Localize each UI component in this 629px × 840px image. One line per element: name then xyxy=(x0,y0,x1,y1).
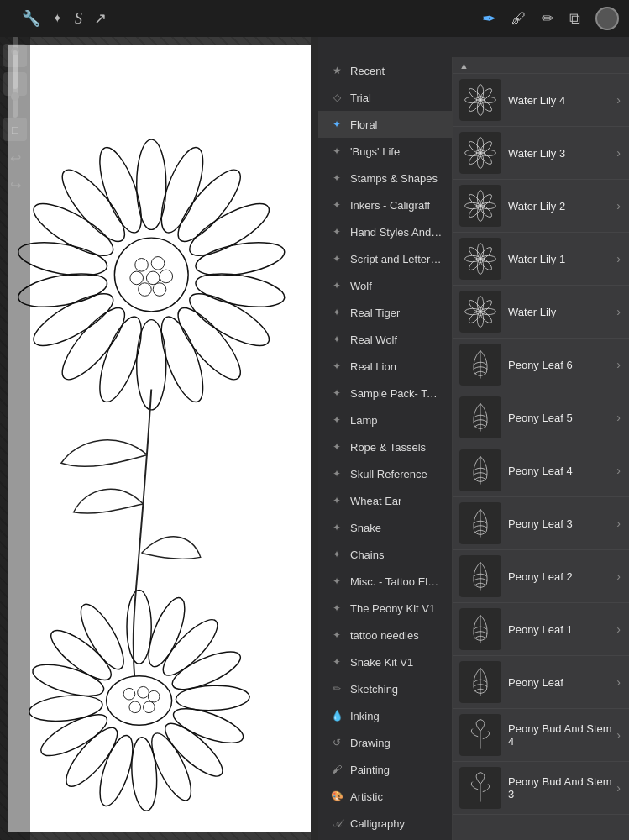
canvas-area xyxy=(0,37,311,840)
category-item-recent[interactable]: ★Recent xyxy=(318,57,452,84)
category-label: 'Bugs' Life xyxy=(350,145,400,158)
pen-icon: ✦ xyxy=(330,494,343,507)
brush-item-pl3[interactable]: Peony Leaf 3 › xyxy=(453,497,629,550)
avatar[interactable] xyxy=(595,7,619,30)
category-label: Lamp xyxy=(350,414,378,427)
redo-button[interactable]: ↪ xyxy=(3,173,27,197)
brush-item-pl1[interactable]: Peony Leaf 1 › xyxy=(453,603,629,656)
pen-icon: ✦ xyxy=(330,118,343,131)
category-item-artistic[interactable]: 🎨Artistic xyxy=(318,783,452,810)
brush-item-pbs4[interactable]: Peony Bud And Stem 4 › xyxy=(453,709,629,762)
brush-name: Peony Leaf 3 xyxy=(508,517,616,530)
pencil-icon[interactable]: ✏ xyxy=(542,9,554,28)
brush-list: ▲ Water Lily 4 › xyxy=(453,57,629,840)
category-item-painting[interactable]: 🖌Painting xyxy=(318,756,452,783)
wrench-icon[interactable]: 🔧 xyxy=(22,9,40,28)
undo-button[interactable]: ↩ xyxy=(3,146,27,170)
category-item-floral[interactable]: ✦Floral xyxy=(318,111,452,138)
pen-icon: ✦ xyxy=(330,628,343,642)
category-item-inkers[interactable]: ✦Inkers - Caligraff xyxy=(318,192,452,218)
brush-item-pl2[interactable]: Peony Leaf 2 › xyxy=(453,550,629,603)
category-item-calligraphy[interactable]: 𝒜Calligraphy xyxy=(318,810,452,837)
nib-icon[interactable]: 🖋 xyxy=(511,10,527,28)
toolbar-right: ✒ 🖋 ✏ ⧉ xyxy=(482,7,619,30)
brush-name: Water Lily 4 xyxy=(508,94,616,107)
category-label: Calligraphy xyxy=(350,817,405,830)
script-icon[interactable]: S xyxy=(75,10,82,28)
category-item-chains[interactable]: ✦Chains xyxy=(318,541,452,568)
category-item-stamps[interactable]: ✦Stamps & Shapes xyxy=(318,165,452,192)
svg-point-23 xyxy=(160,270,173,283)
category-label: Misc. - Tattoo Eleme... xyxy=(350,575,443,588)
category-item-trial[interactable]: ◇Trial xyxy=(318,84,452,111)
category-label: Sketching xyxy=(350,683,398,696)
category-item-sample-pack[interactable]: ✦Sample Pack- Tattoo... xyxy=(318,380,452,407)
category-item-lamp[interactable]: ✦Lamp xyxy=(318,407,452,433)
category-item-bugs-life[interactable]: ✦'Bugs' Life xyxy=(318,138,452,165)
check-icon: › xyxy=(616,570,621,583)
category-label: Rope & Tassels xyxy=(350,441,426,454)
svg-point-42 xyxy=(107,676,172,726)
toolbar: 🔧 ✦ S ↗ ✒ 🖋 ✏ ⧉ xyxy=(0,0,629,37)
category-label: Skull Reference xyxy=(350,468,427,480)
check-icon: › xyxy=(616,728,621,742)
svg-point-3 xyxy=(183,194,275,265)
brush-name: Water Lily 1 xyxy=(508,253,616,265)
brush-item-wl4[interactable]: Water Lily 4 › xyxy=(453,74,629,127)
category-item-skull[interactable]: ✦Skull Reference xyxy=(318,460,452,487)
brush-item-pl6[interactable]: Peony Leaf 6 › xyxy=(453,339,629,391)
category-label: Wolf xyxy=(350,280,372,292)
brush-item-wl2[interactable]: Water Lily 2 › xyxy=(453,180,629,233)
category-item-airbrushing[interactable]: ▲Airbrushing xyxy=(318,837,452,840)
category-item-peony-kit[interactable]: ✦The Peony Kit V1 xyxy=(318,595,452,622)
pen-icon[interactable]: ✒ xyxy=(482,8,496,29)
category-item-real-wolf[interactable]: ✦Real Wolf xyxy=(318,326,452,353)
category-item-snake[interactable]: ✦Snake xyxy=(318,514,452,541)
toolbar-left: 🔧 ✦ S ↗ xyxy=(10,9,107,28)
square-tool[interactable]: □ xyxy=(3,118,27,141)
drop-icon: 💧 xyxy=(330,709,343,722)
category-item-misc[interactable]: ✦Misc. - Tattoo Eleme... xyxy=(318,568,452,595)
category-label: Real Wolf xyxy=(350,333,397,346)
category-item-script[interactable]: ✦Script and Lettering... xyxy=(318,245,452,272)
brush-name: Peony Leaf xyxy=(508,676,616,689)
brush-name: Peony Leaf 2 xyxy=(508,570,616,583)
category-item-wheat[interactable]: ✦Wheat Ear xyxy=(318,487,452,514)
category-item-wolf[interactable]: ✦Wolf xyxy=(318,272,452,299)
brush-item-pbs3[interactable]: Peony Bud And Stem 3 › xyxy=(453,762,629,815)
brush-item-pl4[interactable]: Peony Leaf 4 › xyxy=(453,444,629,497)
svg-point-91 xyxy=(467,298,482,313)
brush-preview xyxy=(459,185,501,227)
pen-icon: ✦ xyxy=(330,360,343,373)
brush-item-pl5[interactable]: Peony Leaf 5 › xyxy=(453,391,629,444)
category-item-real-lion[interactable]: ✦Real Lion xyxy=(318,353,452,380)
category-item-hand-styles[interactable]: ✦Hand Styles And Lett... xyxy=(318,218,452,245)
brush-preview xyxy=(459,767,501,809)
layers-icon[interactable]: ⧉ xyxy=(569,10,580,28)
category-item-real-tiger[interactable]: ✦Real Tiger xyxy=(318,299,452,326)
brush-item-wl1[interactable]: Water Lily 1 › xyxy=(453,233,629,286)
category-label: The Peony Kit V1 xyxy=(350,602,435,615)
category-item-sketching[interactable]: ✏Sketching xyxy=(318,675,452,702)
category-label: Artistic xyxy=(350,790,383,803)
category-item-inking[interactable]: 💧Inking xyxy=(318,702,452,729)
category-item-drawing[interactable]: ↺Drawing xyxy=(318,729,452,756)
arrow-icon[interactable]: ↗ xyxy=(94,9,107,28)
brush-preview xyxy=(459,396,501,438)
brush-item-pl[interactable]: Peony Leaf › xyxy=(453,656,629,709)
category-label: Inkers - Caligraff xyxy=(350,199,430,212)
category-item-snake-kit[interactable]: ✦Snake Kit V1 xyxy=(318,648,452,675)
category-item-rope[interactable]: ✦Rope & Tassels xyxy=(318,433,452,460)
brush-item-wl3[interactable]: Water Lily 3 › xyxy=(453,127,629,180)
check-icon: › xyxy=(616,93,621,107)
brush-item-wl[interactable]: Water Lily › xyxy=(453,286,629,339)
brush-name: Peony Leaf 4 xyxy=(508,465,616,477)
brush-name: Water Lily 2 xyxy=(508,200,616,213)
canvas-white[interactable] xyxy=(8,45,311,832)
brush-icon: 🖌 xyxy=(330,763,343,776)
modify-icon[interactable]: ✦ xyxy=(52,11,63,26)
size-slider[interactable] xyxy=(3,72,27,96)
check-icon: › xyxy=(616,199,621,213)
category-item-tattoo-needles[interactable]: ✦tattoo needles xyxy=(318,622,452,648)
brush-name: Peony Bud And Stem 3 xyxy=(508,775,616,801)
